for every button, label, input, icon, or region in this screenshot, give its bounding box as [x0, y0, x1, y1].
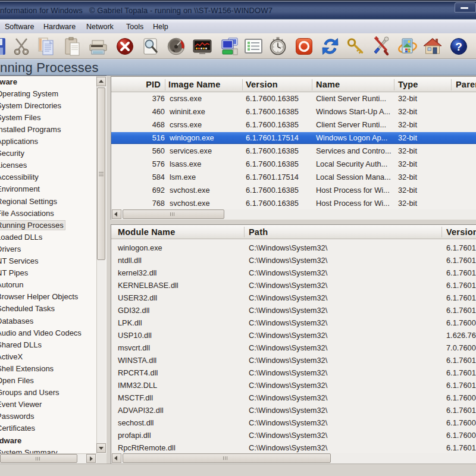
svg-text:?: ? [455, 40, 462, 53]
